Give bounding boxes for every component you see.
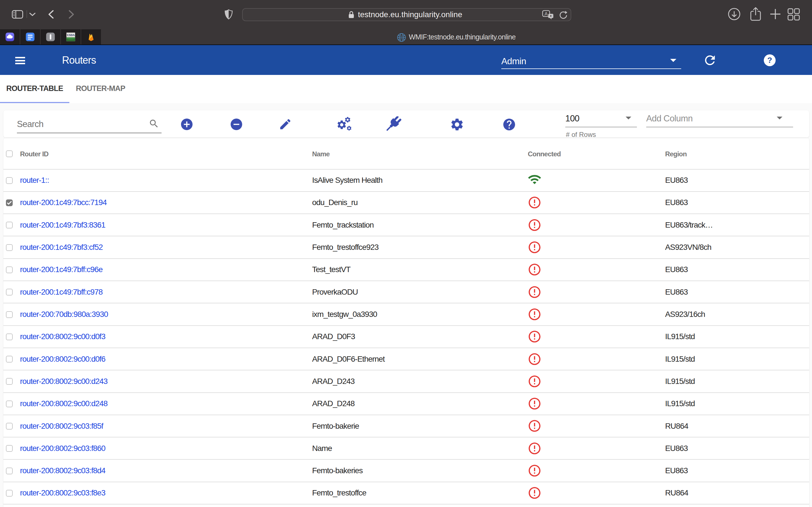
svg-text:✦: ✦ xyxy=(549,14,552,18)
svg-text:A: A xyxy=(545,11,548,17)
svg-text:USDA: USDA xyxy=(67,34,75,37)
svg-text:?: ? xyxy=(767,56,772,64)
